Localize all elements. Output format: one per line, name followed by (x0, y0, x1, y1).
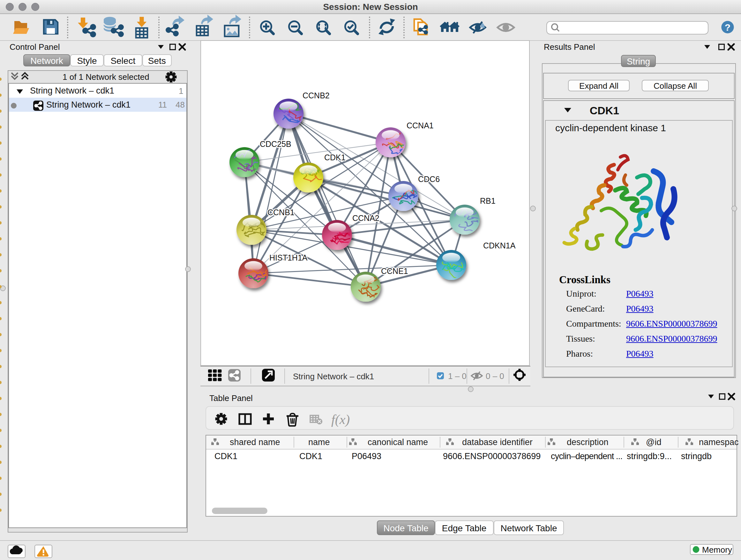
svg-text:CDC6: CDC6 (418, 175, 440, 184)
svg-text:CCNA1: CCNA1 (407, 121, 434, 130)
svg-text:CDKN1A: CDKN1A (483, 241, 516, 250)
svg-text:CCNA2: CCNA2 (352, 213, 380, 223)
svg-text:?: ? (725, 22, 731, 33)
svg-text:CCNB2: CCNB2 (302, 91, 330, 100)
svg-text:HIST1H1A: HIST1H1A (269, 253, 308, 262)
svg-text:CDK1: CDK1 (324, 153, 346, 162)
svg-text:CDC25B: CDC25B (260, 139, 291, 148)
svg-text:RB1: RB1 (480, 196, 495, 205)
svg-text:CCNB1: CCNB1 (267, 208, 294, 217)
svg-text:CCNE1: CCNE1 (381, 266, 408, 275)
